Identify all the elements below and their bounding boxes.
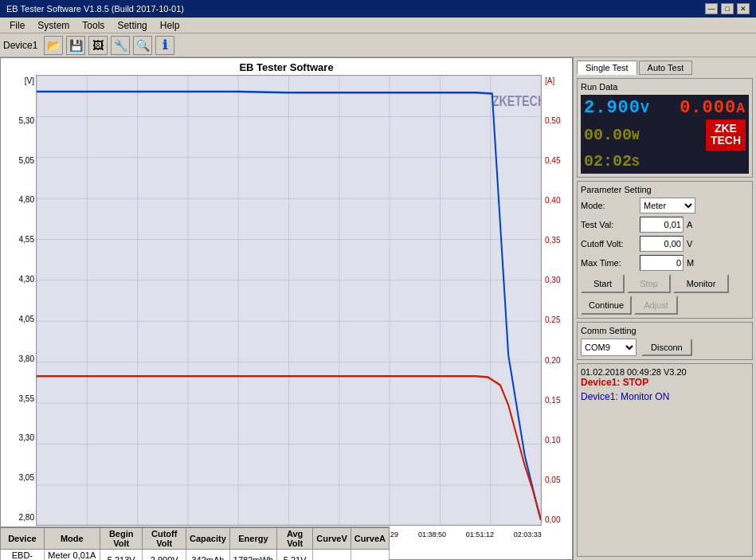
max-time-unit: M (687, 258, 703, 268)
chart-area: EB Tester Software [V] 5,30 5,05 4,80 4,… (0, 57, 573, 560)
col-cutoff-volt: Cutoff Volt (143, 528, 186, 550)
test-val-input[interactable] (640, 217, 684, 233)
param-mode-row: Mode: Meter CC CP CR (581, 198, 749, 213)
svg-text:ZKETECH: ZKETECH (492, 93, 541, 108)
cell-avg-volt: 5,21V (276, 550, 312, 561)
comm-row: COM9 Disconn (581, 339, 749, 356)
tab-auto-test[interactable]: Auto Test (639, 61, 693, 75)
cell-curve-v (313, 550, 351, 561)
zke-logo: ZKE TECH (706, 119, 746, 151)
param-cutoff-row: Cutoff Volt: V (581, 236, 749, 252)
col-avg-volt: Avg Volt (276, 528, 312, 550)
chart-svg: ZKETECH (37, 76, 541, 525)
toolbar: Device1 📂 💾 🖼 🔧 🔍 ℹ (0, 33, 756, 57)
param-testval-row: Test Val: A (581, 217, 749, 233)
chart-container: [V] 5,30 5,05 4,80 4,55 4,30 4,05 3,80 3… (36, 75, 542, 543)
max-time-input[interactable] (640, 255, 684, 271)
col-device: Device (1, 528, 45, 550)
stop-button[interactable]: Stop (627, 274, 671, 293)
cutoff-volt-unit: V (687, 239, 703, 249)
chart-title: EB Tester Software (1, 58, 572, 75)
cutoff-volt-input[interactable] (640, 236, 684, 252)
run-data-row-3: 02:02S (584, 152, 746, 170)
max-time-label: Max Time: (581, 258, 637, 268)
col-curve-v: CurveV (313, 528, 351, 550)
test-val-unit: A (687, 220, 703, 229)
data-table: Device Mode Begin Volt Cutoff Volt Capac… (0, 527, 390, 560)
toolbar-save-btn[interactable]: 💾 (66, 36, 85, 55)
menu-bar: File System Tools Setting Help (0, 18, 756, 33)
run-data-display: 2.900V 0.000A 00.00W ZKE TECH (581, 95, 749, 174)
run-data-section: Run Data 2.900V 0.000A 00.00W ZKE (577, 78, 753, 178)
title-bar-controls: — □ ✕ (705, 3, 750, 14)
cell-energy: 1782mWh (229, 550, 276, 561)
col-curve-a: CurveA (351, 528, 389, 550)
menu-help[interactable]: Help (154, 18, 186, 33)
y-axis-right: [A] 0,50 0,45 0,40 0,35 0,30 0,25 0,20 0… (545, 75, 570, 526)
toolbar-image-btn[interactable]: 🖼 (88, 36, 108, 55)
param-section-label: Parameter Setting (581, 185, 749, 194)
minimize-button[interactable]: — (705, 3, 718, 14)
cell-device: EBD-USB+ (1, 550, 45, 561)
device-label: Device1 (3, 40, 37, 51)
comm-section-label: Comm Setting (581, 326, 749, 335)
title-text: EB Tester Software V1.8.5 (Build 2017-10… (6, 4, 184, 14)
maximize-button[interactable]: □ (721, 3, 734, 14)
menu-file[interactable]: File (3, 18, 31, 33)
continue-button[interactable]: Continue (581, 296, 632, 315)
cell-mode: Meter 0,01A 0,00V (44, 550, 100, 561)
tabs: Single Test Auto Test (577, 61, 753, 75)
mode-select[interactable]: Meter CC CP CR (640, 198, 695, 213)
status-line3: Device1: Monitor ON (581, 391, 749, 402)
run-data-row-1: 2.900V 0.000A (584, 98, 746, 118)
main-content: EB Tester Software [V] 5,30 5,05 4,80 4,… (0, 57, 756, 560)
param-section: Parameter Setting Mode: Meter CC CP CR T… (577, 181, 753, 319)
comm-port-select[interactable]: COM9 (581, 339, 637, 356)
menu-setting[interactable]: Setting (111, 18, 153, 33)
test-val-label: Test Val: (581, 220, 637, 229)
param-maxtime-row: Max Time: M (581, 255, 749, 271)
tab-single-test[interactable]: Single Test (577, 61, 637, 75)
y-axis-left: [V] 5,30 5,05 4,80 4,55 4,30 4,05 3,80 3… (6, 75, 34, 523)
col-capacity: Capacity (186, 528, 229, 550)
toolbar-open-btn[interactable]: 📂 (44, 36, 63, 55)
run-current: 0.000A (680, 98, 746, 118)
run-data-label: Run Data (581, 82, 749, 92)
run-time: 02:02S (584, 152, 640, 170)
menu-tools[interactable]: Tools (76, 18, 111, 33)
run-data-row-2: 00.00W ZKE TECH (584, 119, 746, 151)
start-button[interactable]: Start (581, 274, 625, 293)
comm-section: Comm Setting COM9 Disconn (577, 322, 753, 360)
status-line2: Device1: STOP (581, 377, 749, 388)
menu-system[interactable]: System (31, 18, 76, 33)
col-mode: Mode (44, 528, 100, 550)
status-area: 01.02.2018 00:49:28 V3.20 Device1: STOP … (577, 363, 753, 557)
bottom-table-area: Device Mode Begin Volt Cutoff Volt Capac… (0, 527, 390, 560)
title-bar: EB Tester Software V1.8.5 (Build 2017-10… (0, 0, 756, 18)
cell-cutoff-volt: 2,900V (143, 550, 186, 561)
run-voltage: 2.900V (584, 98, 650, 118)
cell-curve-a (351, 550, 389, 561)
cell-capacity: 342mAh (186, 550, 229, 561)
monitor-button[interactable]: Monitor (673, 274, 729, 293)
status-line1: 01.02.2018 00:49:28 V3.20 (581, 367, 749, 377)
col-energy: Energy (229, 528, 276, 550)
close-button[interactable]: ✕ (737, 3, 750, 14)
toolbar-settings-btn[interactable]: 🔧 (111, 36, 130, 55)
disconnect-button[interactable]: Disconn (641, 339, 692, 356)
chart-canvas-area: ZKETECH (36, 75, 542, 526)
toolbar-info-btn[interactable]: ℹ (155, 36, 174, 55)
cutoff-volt-label: Cutoff Volt: (581, 239, 637, 249)
col-begin-volt: Begin Volt (100, 528, 143, 550)
control-buttons: Start Stop Monitor Continue Adjust (581, 274, 749, 315)
adjust-button[interactable]: Adjust (634, 296, 678, 315)
cell-begin-volt: 5,213V (100, 550, 143, 561)
right-panel: Single Test Auto Test Run Data 2.900V 0.… (573, 57, 756, 560)
run-watt: 00.00W (584, 126, 640, 144)
table-row: EBD-USB+ Meter 0,01A 0,00V 5,213V 2,900V… (1, 550, 390, 561)
toolbar-search-btn[interactable]: 🔍 (133, 36, 152, 55)
mode-label: Mode: (581, 201, 637, 210)
